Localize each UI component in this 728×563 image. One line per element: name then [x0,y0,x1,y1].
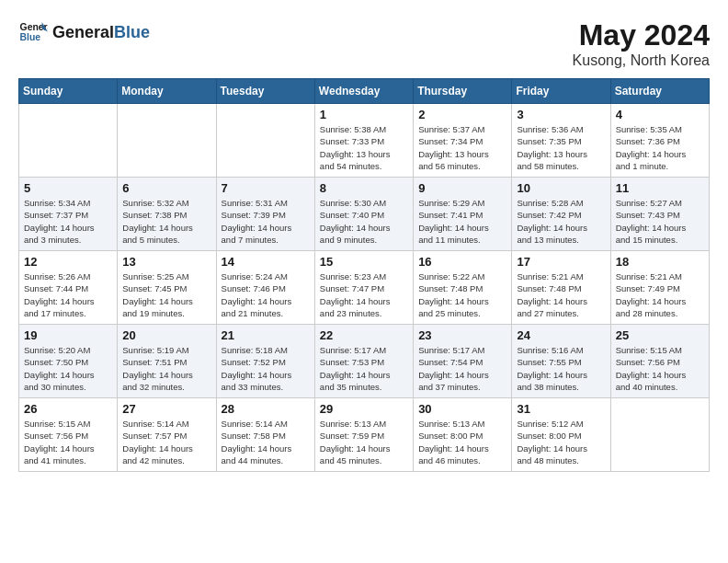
day-number: 19 [24,328,112,342]
month-title: May 2024 [573,18,710,52]
day-number: 25 [616,328,704,342]
day-number: 11 [616,181,704,195]
empty-cell [216,104,314,178]
day-info: Sunrise: 5:35 AM Sunset: 7:36 PM Dayligh… [616,123,704,172]
col-header-tuesday: Tuesday [216,79,314,104]
day-info: Sunrise: 5:13 AM Sunset: 7:59 PM Dayligh… [320,418,408,466]
day-number: 22 [320,328,408,342]
empty-cell [610,398,709,472]
day-cell-13: 13Sunrise: 5:25 AM Sunset: 7:45 PM Dayli… [118,251,216,325]
day-number: 13 [122,255,210,269]
day-number: 16 [418,255,506,269]
day-cell-7: 7Sunrise: 5:31 AM Sunset: 7:39 PM Daylig… [216,178,314,251]
day-info: Sunrise: 5:31 AM Sunset: 7:39 PM Dayligh… [222,197,310,246]
day-cell-25: 25Sunrise: 5:15 AM Sunset: 7:56 PM Dayli… [610,325,709,398]
logo-blue: Blue [114,23,150,41]
day-number: 31 [517,402,605,416]
day-info: Sunrise: 5:32 AM Sunset: 7:38 PM Dayligh… [122,197,210,246]
day-cell-3: 3Sunrise: 5:36 AM Sunset: 7:35 PM Daylig… [512,104,610,178]
day-info: Sunrise: 5:25 AM Sunset: 7:45 PM Dayligh… [122,270,210,319]
day-cell-26: 26Sunrise: 5:15 AM Sunset: 7:56 PM Dayli… [19,398,118,472]
day-info: Sunrise: 5:24 AM Sunset: 7:46 PM Dayligh… [222,270,310,319]
day-number: 30 [418,402,506,416]
day-info: Sunrise: 5:17 AM Sunset: 7:54 PM Dayligh… [418,344,506,393]
day-info: Sunrise: 5:29 AM Sunset: 7:41 PM Dayligh… [418,197,506,246]
day-number: 18 [616,255,704,269]
day-number: 28 [222,402,310,416]
day-cell-5: 5Sunrise: 5:34 AM Sunset: 7:37 PM Daylig… [19,178,118,251]
day-info: Sunrise: 5:13 AM Sunset: 8:00 PM Dayligh… [418,418,506,466]
day-info: Sunrise: 5:18 AM Sunset: 7:52 PM Dayligh… [222,344,310,393]
day-cell-24: 24Sunrise: 5:16 AM Sunset: 7:55 PM Dayli… [512,325,610,398]
day-info: Sunrise: 5:34 AM Sunset: 7:37 PM Dayligh… [24,197,112,246]
col-header-friday: Friday [512,79,610,104]
day-cell-11: 11Sunrise: 5:27 AM Sunset: 7:43 PM Dayli… [610,178,709,251]
page-header: General Blue GeneralBlue May 2024 Kusong… [18,18,710,69]
day-number: 12 [24,255,112,269]
col-header-thursday: Thursday [414,79,512,104]
day-cell-31: 31Sunrise: 5:12 AM Sunset: 8:00 PM Dayli… [512,398,610,472]
day-number: 5 [24,181,112,195]
day-info: Sunrise: 5:27 AM Sunset: 7:43 PM Dayligh… [616,197,704,246]
day-info: Sunrise: 5:16 AM Sunset: 7:55 PM Dayligh… [517,344,605,393]
day-number: 15 [320,255,408,269]
day-cell-28: 28Sunrise: 5:14 AM Sunset: 7:58 PM Dayli… [216,398,314,472]
logo: General Blue GeneralBlue [18,18,150,48]
day-number: 21 [222,328,310,342]
location: Kusong, North Korea [573,52,710,69]
day-number: 29 [320,402,408,416]
day-info: Sunrise: 5:20 AM Sunset: 7:50 PM Dayligh… [24,344,112,393]
day-number: 24 [517,328,605,342]
day-cell-23: 23Sunrise: 5:17 AM Sunset: 7:54 PM Dayli… [414,325,512,398]
calendar-table: SundayMondayTuesdayWednesdayThursdayFrid… [18,78,710,472]
day-info: Sunrise: 5:28 AM Sunset: 7:42 PM Dayligh… [517,197,605,246]
week-row-5: 26Sunrise: 5:15 AM Sunset: 7:56 PM Dayli… [19,398,710,472]
day-number: 17 [517,255,605,269]
day-cell-4: 4Sunrise: 5:35 AM Sunset: 7:36 PM Daylig… [610,104,709,178]
day-number: 3 [517,108,605,121]
day-cell-29: 29Sunrise: 5:13 AM Sunset: 7:59 PM Dayli… [314,398,413,472]
day-info: Sunrise: 5:30 AM Sunset: 7:40 PM Dayligh… [320,197,408,246]
col-header-wednesday: Wednesday [314,79,413,104]
day-info: Sunrise: 5:12 AM Sunset: 8:00 PM Dayligh… [517,418,605,466]
week-row-4: 19Sunrise: 5:20 AM Sunset: 7:50 PM Dayli… [19,325,710,398]
day-number: 4 [616,108,704,121]
day-info: Sunrise: 5:37 AM Sunset: 7:34 PM Dayligh… [418,123,506,172]
day-cell-30: 30Sunrise: 5:13 AM Sunset: 8:00 PM Dayli… [414,398,512,472]
empty-cell [118,104,216,178]
day-info: Sunrise: 5:21 AM Sunset: 7:49 PM Dayligh… [616,270,704,319]
day-number: 14 [222,255,310,269]
day-cell-18: 18Sunrise: 5:21 AM Sunset: 7:49 PM Dayli… [610,251,709,325]
day-cell-2: 2Sunrise: 5:37 AM Sunset: 7:34 PM Daylig… [414,104,512,178]
day-cell-14: 14Sunrise: 5:24 AM Sunset: 7:46 PM Dayli… [216,251,314,325]
day-cell-8: 8Sunrise: 5:30 AM Sunset: 7:40 PM Daylig… [314,178,413,251]
day-number: 2 [418,108,506,121]
col-header-monday: Monday [118,79,216,104]
day-number: 1 [320,108,408,121]
day-cell-19: 19Sunrise: 5:20 AM Sunset: 7:50 PM Dayli… [19,325,118,398]
header-row: SundayMondayTuesdayWednesdayThursdayFrid… [19,79,710,104]
day-number: 26 [24,402,112,416]
day-info: Sunrise: 5:14 AM Sunset: 7:57 PM Dayligh… [122,418,210,466]
col-header-saturday: Saturday [610,79,709,104]
week-row-1: 1Sunrise: 5:38 AM Sunset: 7:33 PM Daylig… [19,104,710,178]
day-cell-16: 16Sunrise: 5:22 AM Sunset: 7:48 PM Dayli… [414,251,512,325]
day-number: 27 [122,402,210,416]
day-info: Sunrise: 5:19 AM Sunset: 7:51 PM Dayligh… [122,344,210,393]
day-info: Sunrise: 5:17 AM Sunset: 7:53 PM Dayligh… [320,344,408,393]
day-info: Sunrise: 5:38 AM Sunset: 7:33 PM Dayligh… [320,123,408,172]
day-cell-15: 15Sunrise: 5:23 AM Sunset: 7:47 PM Dayli… [314,251,413,325]
svg-text:Blue: Blue [20,32,41,42]
day-info: Sunrise: 5:36 AM Sunset: 7:35 PM Dayligh… [517,123,605,172]
day-cell-20: 20Sunrise: 5:19 AM Sunset: 7:51 PM Dayli… [118,325,216,398]
logo-icon: General Blue [18,18,48,48]
logo-general: General [52,23,114,41]
day-info: Sunrise: 5:22 AM Sunset: 7:48 PM Dayligh… [418,270,506,319]
title-block: May 2024 Kusong, North Korea [573,18,710,69]
day-cell-6: 6Sunrise: 5:32 AM Sunset: 7:38 PM Daylig… [118,178,216,251]
day-cell-21: 21Sunrise: 5:18 AM Sunset: 7:52 PM Dayli… [216,325,314,398]
day-number: 9 [418,181,506,195]
empty-cell [19,104,118,178]
day-number: 7 [222,181,310,195]
day-cell-17: 17Sunrise: 5:21 AM Sunset: 7:48 PM Dayli… [512,251,610,325]
